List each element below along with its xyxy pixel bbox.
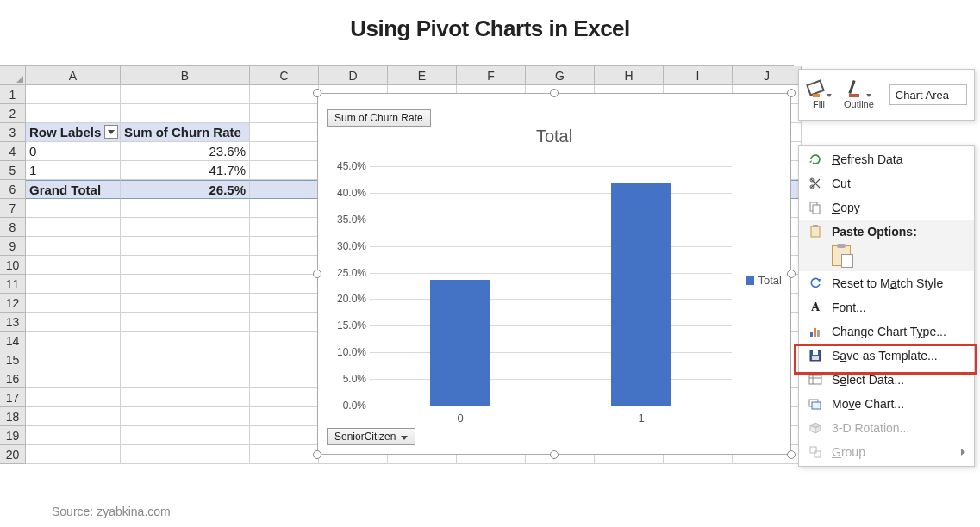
cell[interactable] <box>121 407 250 426</box>
column-header[interactable]: J <box>733 66 802 85</box>
cell[interactable] <box>121 256 250 275</box>
resize-handle[interactable] <box>787 450 796 459</box>
cell[interactable] <box>121 388 250 407</box>
resize-handle[interactable] <box>550 450 559 459</box>
cell[interactable] <box>26 237 121 256</box>
column-header[interactable]: H <box>595 66 664 85</box>
cell[interactable] <box>26 199 121 218</box>
cell[interactable] <box>250 237 319 256</box>
cell[interactable] <box>121 332 250 350</box>
cell[interactable] <box>26 294 121 313</box>
cell[interactable] <box>250 388 319 407</box>
row-header[interactable]: 18 <box>0 407 26 426</box>
cell[interactable] <box>26 275 121 294</box>
outline-button[interactable]: Outline <box>844 80 874 109</box>
cell[interactable] <box>121 275 250 294</box>
column-header[interactable]: F <box>457 66 526 85</box>
row-header[interactable]: 20 <box>0 445 26 464</box>
menu-select-data[interactable]: Select Data... <box>799 368 974 392</box>
cell[interactable] <box>250 161 319 180</box>
paste-option-default[interactable] <box>832 245 851 266</box>
row-header[interactable]: 15 <box>0 350 26 369</box>
menu-copy[interactable]: Copy <box>799 195 974 220</box>
cell[interactable]: 0 <box>26 142 121 161</box>
cell[interactable] <box>250 180 319 199</box>
filter-button[interactable] <box>104 125 118 139</box>
cell[interactable] <box>250 142 319 161</box>
cell[interactable] <box>121 445 250 464</box>
row-header[interactable]: 7 <box>0 199 26 218</box>
resize-handle[interactable] <box>313 270 321 278</box>
value-field-button[interactable]: Sum of Churn Rate <box>327 109 431 127</box>
cell[interactable] <box>26 388 121 407</box>
cell[interactable] <box>26 445 121 464</box>
cell[interactable] <box>121 104 250 123</box>
cell[interactable]: 26.5% <box>121 180 250 199</box>
column-header[interactable]: A <box>26 66 121 85</box>
bar[interactable] <box>611 183 671 406</box>
resize-handle[interactable] <box>550 89 559 97</box>
row-header[interactable]: 6 <box>0 180 26 199</box>
cell[interactable] <box>121 294 250 313</box>
cell[interactable] <box>121 426 250 445</box>
menu-save-template[interactable]: Save as Template... <box>799 344 974 368</box>
cell[interactable] <box>250 369 319 388</box>
cell[interactable] <box>26 104 121 123</box>
cell[interactable] <box>26 332 121 350</box>
column-header[interactable]: G <box>526 66 595 85</box>
cell[interactable] <box>250 275 319 294</box>
cell[interactable] <box>250 426 319 445</box>
row-header[interactable]: 9 <box>0 237 26 256</box>
cell[interactable]: Row Labels <box>26 123 121 142</box>
row-header[interactable]: 5 <box>0 161 26 180</box>
row-header[interactable]: 8 <box>0 218 26 237</box>
fill-button[interactable]: Fill <box>806 80 832 109</box>
category-field-button[interactable]: SeniorCitizen <box>327 428 415 445</box>
cell[interactable] <box>250 218 319 237</box>
cell[interactable] <box>121 218 250 237</box>
row-header[interactable]: 17 <box>0 388 26 407</box>
row-header[interactable]: 14 <box>0 332 26 350</box>
cell[interactable] <box>250 332 319 350</box>
cell[interactable] <box>250 313 319 332</box>
cell[interactable] <box>121 237 250 256</box>
cell[interactable] <box>26 256 121 275</box>
menu-reset-style[interactable]: Reset to Match Style <box>799 271 974 295</box>
column-header[interactable]: C <box>250 66 319 85</box>
menu-change-chart-type[interactable]: Change Chart Type... <box>799 319 974 344</box>
bar[interactable] <box>430 280 490 406</box>
cell[interactable] <box>250 85 319 104</box>
cell[interactable] <box>250 104 319 123</box>
cell[interactable] <box>250 407 319 426</box>
menu-font[interactable]: A Font... <box>799 295 974 319</box>
resize-handle[interactable] <box>787 270 796 278</box>
cell[interactable] <box>26 85 121 104</box>
row-header[interactable]: 16 <box>0 369 26 388</box>
cell[interactable]: Sum of Churn Rate <box>121 123 250 142</box>
cell[interactable] <box>121 85 250 104</box>
pivot-chart[interactable]: Sum of Churn Rate Total 0.0%5.0%10.0%15.… <box>317 93 791 455</box>
cell[interactable] <box>250 445 319 464</box>
column-header[interactable]: D <box>319 66 388 85</box>
row-header[interactable]: 13 <box>0 313 26 332</box>
resize-handle[interactable] <box>313 450 321 459</box>
row-header[interactable]: 19 <box>0 426 26 445</box>
cell[interactable]: 41.7% <box>121 161 250 180</box>
cell[interactable] <box>250 199 319 218</box>
cell[interactable] <box>26 426 121 445</box>
row-header[interactable]: 12 <box>0 294 26 313</box>
cell[interactable] <box>26 313 121 332</box>
row-header[interactable]: 3 <box>0 123 26 142</box>
cell[interactable] <box>26 407 121 426</box>
menu-cut[interactable]: Cut <box>799 171 974 195</box>
cell[interactable] <box>250 294 319 313</box>
cell[interactable] <box>26 218 121 237</box>
cell[interactable] <box>250 256 319 275</box>
cell[interactable] <box>250 123 319 142</box>
row-header[interactable]: 11 <box>0 275 26 294</box>
menu-move-chart[interactable]: Move Chart... <box>799 392 974 416</box>
cell[interactable] <box>26 350 121 369</box>
row-header[interactable]: 4 <box>0 142 26 161</box>
column-header[interactable]: I <box>664 66 733 85</box>
cell[interactable] <box>121 350 250 369</box>
